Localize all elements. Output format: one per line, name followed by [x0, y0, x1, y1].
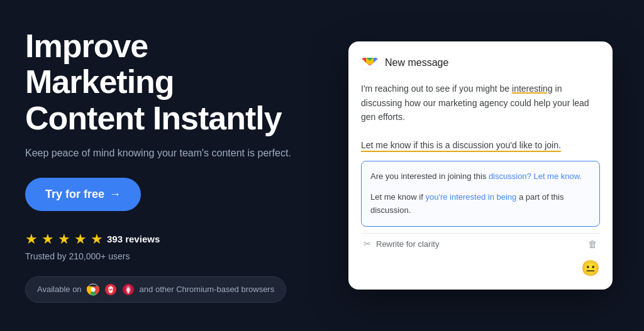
star-5: ★: [91, 231, 103, 247]
star-2: ★: [42, 231, 54, 247]
brave-icon: [104, 283, 117, 296]
cta-label: Try for free: [45, 188, 104, 201]
rewrite-label: Rewrite for clarity: [376, 239, 439, 249]
gmail-card: New message I'm reaching out to see if y…: [348, 41, 613, 289]
headline: ImproveMarketingContent Instantly: [25, 28, 327, 136]
available-suffix: and other Chromium-based browsers: [140, 285, 275, 294]
rewrite-row: ✂ Rewrite for clarity 🗑: [361, 233, 600, 254]
rewrite-left: ✂ Rewrite for clarity: [364, 239, 439, 249]
star-4: ★: [74, 231, 87, 247]
gmail-logo-icon: [361, 54, 379, 72]
available-bar: Available on and other: [25, 276, 286, 303]
try-for-free-button[interactable]: Try for free →: [25, 178, 141, 211]
svg-point-2: [91, 287, 95, 291]
subheadline: Keep peace of mind knowing your team's c…: [25, 148, 327, 159]
chrome-icon: [87, 283, 99, 296]
left-panel: ImproveMarketingContent Instantly Keep p…: [25, 28, 327, 303]
cta-arrow: →: [109, 188, 121, 201]
suggestion-line-2: Let me know if you're interested in bein…: [370, 188, 591, 220]
trash-icon[interactable]: 🗑: [588, 239, 597, 249]
suggestion-link-1: discussion? Let me know.: [489, 171, 582, 181]
star-1: ★: [25, 231, 38, 247]
available-prefix: Available on: [37, 285, 82, 294]
stars-row: ★ ★ ★ ★ ★ 393 reviews: [25, 231, 327, 247]
edge-icon: [122, 283, 135, 296]
rewrite-icon: ✂: [364, 239, 371, 249]
emoji-row: 😐: [361, 254, 600, 277]
underlined-sentence: Let me know if this is a discussion you'…: [361, 140, 561, 152]
trusted-text: Trusted by 210,000+ users: [25, 251, 327, 261]
star-3: ★: [58, 231, 70, 247]
gmail-title: New message: [385, 57, 448, 68]
gmail-header: New message: [361, 54, 600, 72]
suggestion-line-1: Are you interested in joining this discu…: [370, 168, 591, 186]
reviews-count: 393 reviews: [107, 234, 160, 244]
main-container: ImproveMarketingContent Instantly Keep p…: [0, 3, 644, 328]
suggestion-link-2: you're interested in being: [425, 192, 516, 202]
body-text-pre: I'm reaching out to see if you might be …: [361, 84, 589, 122]
emoji-face: 😐: [581, 259, 600, 277]
email-body: I'm reaching out to see if you might be …: [361, 82, 600, 152]
suggestions-box: Are you interested in joining this discu…: [361, 161, 600, 226]
right-panel: New message I'm reaching out to see if y…: [348, 41, 613, 289]
